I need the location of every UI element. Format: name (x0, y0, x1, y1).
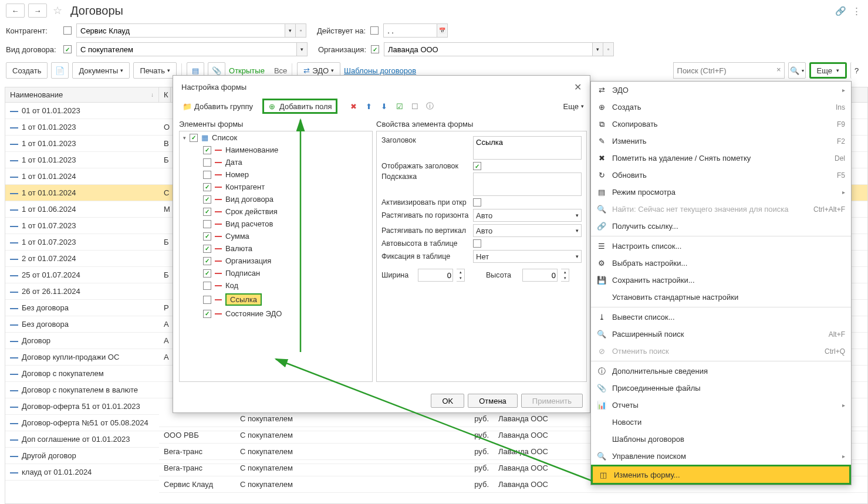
search-input[interactable] (673, 62, 785, 79)
menu-item[interactable]: 💾Сохранить настройки... (591, 272, 851, 289)
effective-date-input[interactable] (383, 23, 437, 38)
dialog-more-button[interactable]: Еще▾ (563, 102, 584, 111)
tree-item[interactable]: Дата (180, 156, 372, 168)
tree-item[interactable]: Подписан (180, 267, 372, 279)
menu-item[interactable]: ⓘДополнительные сведения (591, 363, 851, 380)
check-all-icon[interactable]: ☑ (395, 102, 404, 111)
form-elements-tree[interactable]: ▾ ▦ Список НаименованиеДатаНомерКонтраге… (179, 131, 373, 382)
kebab-menu-icon[interactable]: ⋮ (852, 6, 861, 16)
nav-back-button[interactable]: ← (6, 4, 25, 18)
tree-item-checkbox[interactable] (203, 171, 211, 179)
column-name-header[interactable]: Наименование (10, 90, 63, 99)
menu-item[interactable]: ▤Режим просмотра▸ (591, 184, 851, 201)
contract-type-dropdown-button[interactable]: ▾ (297, 42, 308, 56)
width-spinner[interactable]: ▴▾ (457, 269, 465, 282)
uncheck-all-icon[interactable]: ☐ (410, 102, 420, 111)
tree-item[interactable]: Номер (180, 168, 372, 181)
tree-item-checkbox[interactable] (203, 296, 211, 304)
tree-item[interactable]: Код (180, 279, 372, 292)
tree-item-checkbox[interactable] (203, 245, 211, 253)
menu-item[interactable]: Шаблоны договоров (591, 431, 851, 448)
organization-dropdown-button[interactable]: ▾ (593, 42, 603, 56)
dialog-close-button[interactable]: ✕ (574, 82, 582, 93)
contract-type-input[interactable] (76, 42, 297, 56)
move-up-icon[interactable]: ⬆ (364, 102, 374, 111)
print-button[interactable]: Печать▾ (133, 62, 177, 79)
dialog-help-icon[interactable]: ⓘ (425, 102, 435, 111)
add-group-button[interactable]: 📁 Добавить группу (179, 99, 256, 113)
help-button[interactable]: ? (850, 62, 862, 79)
hint-input[interactable] (473, 172, 582, 196)
effective-calendar-button[interactable]: 📅 (437, 23, 448, 38)
create-copy-button[interactable]: 📄 (51, 62, 69, 79)
tree-item[interactable]: Ссылка (180, 292, 372, 307)
tree-item[interactable]: Вид расчетов (180, 218, 372, 230)
width-input[interactable] (418, 269, 453, 282)
tree-item[interactable]: Срок действия (180, 205, 372, 218)
fixation-select[interactable]: Нет▾ (473, 250, 582, 263)
menu-item[interactable]: ⤓Вывести список... (591, 309, 851, 326)
link-icon[interactable]: 🔗 (835, 6, 846, 16)
tree-item[interactable]: Состояние ЭДО (180, 307, 372, 320)
vstretch-select[interactable]: Авто▾ (473, 224, 582, 237)
counterparty-checkbox[interactable] (63, 26, 72, 35)
menu-item[interactable]: ☰Настроить список... (591, 238, 851, 255)
tree-item[interactable]: Валюта (180, 242, 372, 255)
tree-root-checkbox[interactable] (190, 134, 198, 142)
column-k-header[interactable]: К (164, 90, 168, 99)
filter-all-link[interactable]: Все (274, 66, 287, 75)
favorite-star-icon[interactable]: ☆ (50, 4, 65, 18)
menu-item[interactable]: 📎Присоединенные файлы (591, 380, 851, 397)
menu-item[interactable]: ⇄ЭДО▸ (591, 82, 851, 99)
search-clear-icon[interactable]: × (776, 65, 781, 74)
tree-root-item[interactable]: ▾ ▦ Список (180, 131, 372, 144)
ok-button[interactable]: OK (431, 394, 464, 408)
show-heading-checkbox[interactable] (473, 162, 481, 170)
delete-icon[interactable]: ✖ (349, 102, 359, 111)
effective-checkbox[interactable] (370, 26, 379, 35)
menu-item[interactable]: ⧉СкопироватьF9 (591, 116, 851, 133)
tree-item-checkbox[interactable] (203, 220, 211, 228)
organization-checkbox[interactable] (371, 45, 379, 53)
menu-item[interactable]: ✎ИзменитьF2 (591, 133, 851, 150)
activate-checkbox[interactable] (473, 198, 481, 207)
menu-item[interactable]: Установить стандартные настройки (591, 289, 851, 306)
search-options-button[interactable]: 🔍▾ (788, 62, 806, 79)
tree-item-checkbox[interactable] (203, 146, 211, 154)
collapse-icon[interactable]: ▾ (183, 135, 186, 141)
height-spinner[interactable]: ▴▾ (561, 269, 569, 282)
organization-input[interactable] (384, 42, 593, 56)
tree-item[interactable]: Сумма (180, 230, 372, 242)
menu-item[interactable]: ↻ОбновитьF5 (591, 167, 851, 184)
tree-item-checkbox[interactable] (203, 282, 211, 290)
create-button[interactable]: Создать (6, 62, 48, 79)
menu-item[interactable]: ⚙Выбрать настройки... (591, 255, 851, 272)
tree-item-checkbox[interactable] (203, 269, 211, 278)
hstretch-select[interactable]: Авто▾ (473, 209, 582, 222)
counterparty-dropdown-button[interactable]: ▾ (285, 23, 296, 38)
tree-item-checkbox[interactable] (203, 183, 211, 191)
counterparty-open-button[interactable]: ▫ (296, 23, 306, 38)
tree-item[interactable]: Организация (180, 255, 372, 267)
documents-button[interactable]: Документы▾ (72, 62, 130, 79)
filter-open-link[interactable]: Открытые (229, 66, 265, 75)
counterparty-input[interactable] (76, 23, 285, 38)
tree-item-checkbox[interactable] (203, 158, 211, 167)
tree-item-checkbox[interactable] (203, 195, 211, 204)
menu-item[interactable]: ◫Изменить форму... (591, 465, 851, 485)
tree-item[interactable]: Наименование (180, 144, 372, 156)
menu-item[interactable]: 🔍Управление поиском▸ (591, 448, 851, 465)
contract-type-checkbox[interactable] (63, 45, 72, 53)
more-button[interactable]: Еще▾ (809, 62, 847, 79)
autoheight-checkbox[interactable] (473, 239, 481, 248)
menu-item[interactable]: ✖Пометить на удаление / Снять пометкуDel (591, 150, 851, 167)
templates-link[interactable]: Шаблоны договоров (344, 66, 416, 75)
add-fields-button[interactable]: ⊕ Добавить поля (262, 99, 337, 114)
tree-item[interactable]: Контрагент (180, 181, 372, 193)
organization-open-button[interactable]: ▫ (603, 42, 614, 56)
tree-item-checkbox[interactable] (203, 232, 211, 241)
menu-item[interactable]: 🔍Расширенный поискAlt+F (591, 326, 851, 343)
nav-forward-button[interactable]: → (28, 4, 47, 18)
tree-item[interactable]: Вид договора (180, 193, 372, 205)
menu-item[interactable]: 🔗Получить ссылку... (591, 218, 851, 235)
